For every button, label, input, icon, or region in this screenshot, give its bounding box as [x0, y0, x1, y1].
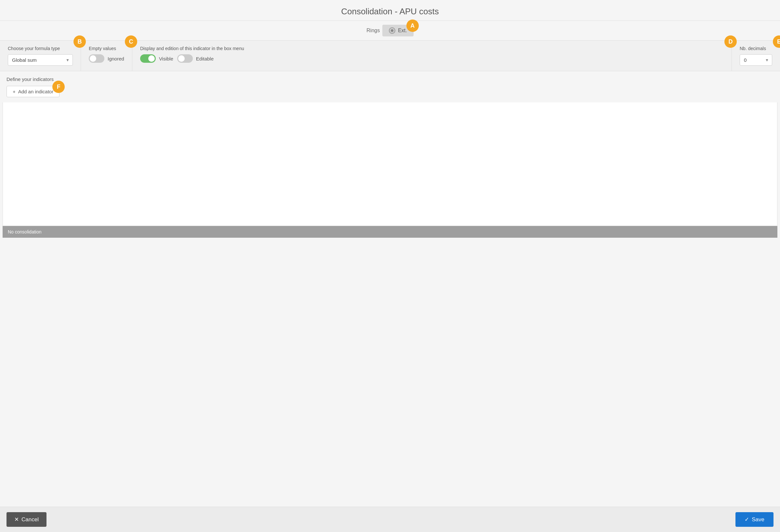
- page-wrapper: Consolidation - APU costs Rings Ext. A C…: [0, 0, 780, 532]
- ext-tab-container: Ext. A: [382, 25, 413, 37]
- status-bar: No consolidation: [3, 226, 777, 238]
- add-indicator-label: Add an indicator: [18, 89, 53, 94]
- empty-values-toggle[interactable]: [89, 54, 104, 63]
- empty-values-toggle-wrapper: Ignored: [89, 54, 124, 63]
- radio-icon: [389, 27, 395, 34]
- decimals-label: Nb. decimals: [740, 46, 772, 51]
- formula-select[interactable]: Global sum Sum Average Min Max: [8, 54, 73, 66]
- visible-slider: [140, 54, 156, 63]
- cancel-label: Cancel: [21, 516, 39, 523]
- formula-label: Choose your formula type: [8, 46, 73, 51]
- indicators-empty-area: [3, 102, 777, 226]
- badge-D: D: [724, 36, 737, 48]
- cancel-button[interactable]: ✕ Cancel: [6, 512, 47, 527]
- save-icon: ✓: [744, 516, 749, 523]
- indicators-section: Define your indicators + Add an indicato…: [0, 71, 780, 102]
- empty-values-toggle-label: Ignored: [108, 56, 124, 61]
- badge-F: F: [52, 81, 65, 93]
- options-row: Choose your formula type Global sum Sum …: [0, 41, 780, 71]
- tabs-row: Rings Ext. A: [0, 21, 780, 41]
- status-text: No consolidation: [8, 229, 42, 235]
- display-toggle-group: Visible Editable: [140, 54, 724, 63]
- decimals-section: Nb. decimals 0 1 2 3 4 ▼ E: [732, 41, 780, 71]
- rings-label: Rings: [367, 28, 380, 34]
- decimals-select[interactable]: 0 1 2 3 4: [740, 54, 772, 66]
- visible-label: Visible: [159, 56, 173, 61]
- cancel-icon: ✕: [14, 516, 19, 523]
- add-indicator-button[interactable]: + Add an indicator: [6, 86, 59, 97]
- save-label: Save: [752, 516, 765, 523]
- visible-toggle-wrapper: Visible: [140, 54, 173, 63]
- editable-toggle-wrapper: Editable: [177, 54, 213, 63]
- empty-values-label: Empty values: [89, 46, 124, 51]
- decimals-select-wrapper: 0 1 2 3 4 ▼: [740, 54, 772, 66]
- badge-A: A: [406, 19, 419, 32]
- editable-slider: [177, 54, 193, 63]
- add-indicator-plus-icon: +: [13, 89, 15, 94]
- save-button[interactable]: ✓ Save: [735, 512, 774, 527]
- display-section: Display and edition of this indicator in…: [132, 41, 732, 71]
- page-title: Consolidation - APU costs: [0, 6, 780, 16]
- formula-section: Choose your formula type Global sum Sum …: [0, 41, 81, 71]
- footer: ✕ Cancel ✓ Save: [0, 506, 780, 532]
- badge-B: B: [74, 36, 86, 48]
- badge-C: C: [125, 36, 137, 48]
- indicators-title: Define your indicators: [6, 77, 774, 82]
- header: Consolidation - APU costs: [0, 0, 780, 21]
- editable-label: Editable: [196, 56, 213, 61]
- ext-tab-label: Ext.: [398, 28, 407, 34]
- empty-values-slider: [89, 54, 104, 63]
- empty-values-section: Empty values Ignored C: [81, 41, 132, 71]
- formula-select-wrapper: Global sum Sum Average Min Max ▼: [8, 54, 73, 66]
- display-label: Display and edition of this indicator in…: [140, 46, 724, 51]
- visible-toggle[interactable]: [140, 54, 156, 63]
- add-indicator-container: + Add an indicator F: [6, 86, 59, 97]
- editable-toggle[interactable]: [177, 54, 193, 63]
